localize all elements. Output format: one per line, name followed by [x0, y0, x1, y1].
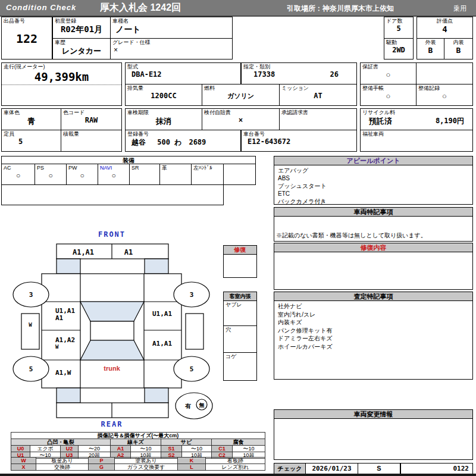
load-capacity-label: 積載量 — [61, 130, 121, 137]
legend-value: レンズ割れ — [206, 464, 265, 471]
maintenance-book-label: 整備手帳 — [361, 84, 416, 92]
equipment-value-navi: ○ — [98, 171, 129, 180]
check-number-cell: 0122 — [400, 463, 473, 474]
legend-value: エクボ — [30, 446, 61, 452]
warranty-blank-cell — [416, 62, 473, 84]
interior-grade-value: B — [444, 46, 472, 55]
appeal-item: エアバッグ — [278, 167, 469, 174]
model-name-value: ノート — [111, 24, 232, 35]
pickup-location: 引取場所：神奈川県厚木市上依知 — [287, 4, 394, 14]
maintenance-book-cell: 整備手帳 ○ — [360, 84, 416, 106]
maintenance-record-cell: 整備記録 ○ — [416, 84, 473, 106]
mileage-value: 49,399km — [2, 70, 121, 83]
repair-details-content — [274, 252, 472, 255]
vehicle-notes-title: 車両特記事項 — [274, 208, 472, 217]
color-code-cell: 色コード RAW — [61, 108, 122, 130]
color-code-value: RAW — [61, 116, 121, 124]
equipment-label-ac: AC — [2, 164, 35, 171]
brand-logo: Condition Check — [6, 3, 76, 12]
equipment-cell-navi: NAVI ○ — [98, 164, 130, 185]
color-code-label: 色コード — [61, 109, 121, 116]
cabin-interior-box: 客室内張 ヤブレ 穴 コゲ — [223, 292, 257, 381]
grade-label: グレード・仕様 — [111, 39, 232, 46]
right-rear-door-code: A1,A1 — [152, 340, 172, 347]
legend-value: 〜10 — [233, 446, 265, 452]
check-date-cell: 2026/01/23 — [305, 463, 358, 474]
first-registration-label: 初度登録 — [53, 17, 110, 24]
windshield — [80, 302, 144, 321]
class-value-1: 17338 — [253, 70, 275, 79]
equipment-label-sr: SR — [130, 164, 159, 171]
legend-value: 看板跡 — [206, 458, 265, 464]
repair-mini-title: 修復 — [224, 246, 256, 255]
assessment-item: パンク修理キット有 — [278, 327, 469, 335]
cabin-tear-label: ヤブレ — [224, 301, 256, 308]
inspection-expiry-value: 抹消 — [126, 116, 202, 127]
approval-request-label: 承認請求書 — [280, 109, 356, 116]
cabin-roof — [90, 321, 134, 340]
header-bar: Condition Check 厚木入札会 1242回 引取場所：神奈川県厚木市… — [0, 0, 476, 17]
front-left-pillar — [57, 259, 80, 274]
cabin-section-burn: コゲ — [224, 353, 256, 381]
equipment-cell-ps: PS ○ — [35, 164, 67, 185]
insurance-value: × — [202, 116, 279, 124]
approval-request-cell: 承認請求書 — [279, 108, 357, 130]
exterior-grade-label: 外装 — [417, 39, 444, 46]
doors-label: ドア数 — [384, 17, 413, 24]
recycle-fee-cell: リサイクル料 預託済 8,190円 — [360, 108, 473, 130]
left-quarter-code: A1,W — [55, 369, 71, 377]
right-front-door-code: U1,A1 — [152, 310, 172, 318]
vehicle-change-content — [274, 419, 472, 421]
lot-number-label: 出品番号 — [2, 17, 52, 24]
cabin-hole-label: 穴 — [224, 326, 256, 333]
legend-code: C1 — [212, 446, 233, 452]
vehicle-usage: 乗用 — [453, 4, 466, 13]
equipment-value-ac: ○ — [2, 171, 35, 180]
legend-code: U0 — [11, 446, 30, 452]
repair-mini-box: 修復 — [223, 245, 257, 278]
lot-number-value: 122 — [2, 32, 52, 46]
front-bumper-left-code: A1,A1 — [73, 248, 94, 256]
legend-value: 〜10 — [182, 446, 212, 452]
model-name-cell: 車種名 ノート — [110, 17, 233, 39]
drive-cell: 駆動 2WD — [384, 38, 414, 60]
equipment-label-blank — [224, 164, 255, 165]
assessment-notes-title: 査定特記事項 — [274, 292, 472, 301]
equipment-label-pw: PW — [67, 164, 98, 171]
load-capacity-cell: 積載量 — [61, 130, 122, 152]
legend-value: 交換跡 — [36, 464, 89, 471]
legend-code: L — [178, 464, 206, 471]
vin-cell: 車台番号 E12-643672 — [241, 130, 357, 152]
welfare-vehicle-label: 福祉車両 — [361, 130, 472, 137]
equipment-label-lhd: 左ﾊﾝﾄﾞﾙ — [192, 164, 223, 171]
legend-value: 〜20 — [79, 446, 111, 452]
insurance-cell: 検付自賠責 × — [202, 108, 280, 130]
legend-code: X — [11, 464, 36, 471]
appeal-item: バックカメラ付き — [278, 198, 469, 205]
legend-code: G — [89, 464, 115, 471]
legend-code: W — [11, 458, 36, 464]
equipment-empty-row — [1, 184, 224, 205]
assessment-item: ドアミラー左右キズ — [278, 334, 469, 343]
appeal-item: ABS — [278, 174, 469, 182]
legend-code: U2 — [61, 446, 79, 452]
rear-label: REAR — [101, 420, 123, 428]
front-bumper-right-code: A1 — [124, 248, 133, 256]
rear-right-pillar — [145, 388, 168, 403]
fuel-value: ガソリン — [202, 92, 279, 101]
insurance-label: 検付自賠責 — [202, 109, 279, 116]
appeal-points-panel: アピールポイント エアバッグ ABS プッシュスタート ETC バックカメラ付き — [274, 156, 473, 205]
vin-label: 車台番号 — [242, 130, 356, 137]
recycle-fee-value: 8,190円 — [436, 116, 464, 127]
body-color-value: 青 — [2, 116, 61, 127]
legend-value: 〜10 — [131, 446, 161, 452]
damage-legend-table: 損傷記号＆損傷サイズ(〜最大cm) 凸凹・亀裂 線キズ サビ 腐食 U0 エクボ… — [11, 432, 265, 459]
interior-grade-cell: 内装 B — [444, 38, 473, 60]
vehicle-change-title: 車両変更情報 — [274, 410, 472, 419]
transmission-cell: ミッション AT — [279, 84, 357, 106]
plate-number-label: 登録番号 — [126, 130, 240, 137]
drive-value: 2WD — [384, 46, 413, 54]
rear-window — [80, 340, 144, 360]
front-left-wheel-value: 3 — [29, 291, 33, 299]
recycle-status: 預託済 — [369, 116, 392, 127]
